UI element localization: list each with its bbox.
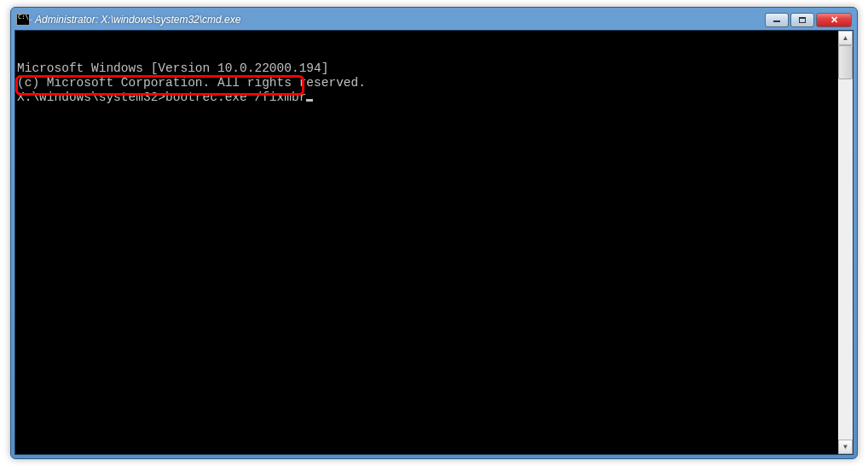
prompt-text: X:\windows\system32> (17, 90, 165, 104)
maximize-icon (799, 17, 806, 23)
close-button[interactable]: ✕ (816, 13, 852, 27)
maximize-button[interactable] (790, 13, 814, 27)
close-icon: ✕ (830, 15, 838, 26)
window-title: Administrator: X:\windows\system32\cmd.e… (35, 14, 765, 26)
prompt-line: X:\windows\system32>bootrec.exe /fixmbr (17, 90, 853, 105)
window-controls: ✕ (765, 13, 852, 27)
minimize-button[interactable] (765, 13, 789, 27)
text-cursor (306, 99, 313, 102)
console-output: Microsoft Windows [Version 10.0.22000.19… (15, 31, 853, 454)
vertical-scrollbar[interactable]: ▲ ▼ (838, 31, 853, 454)
scroll-thumb[interactable] (838, 45, 853, 79)
scroll-up-button[interactable]: ▲ (838, 31, 853, 45)
cmd-icon (16, 14, 30, 26)
scroll-down-button[interactable]: ▼ (838, 440, 853, 454)
minimize-icon (773, 20, 780, 22)
command-text: bootrec.exe /fixmbr (165, 90, 306, 104)
version-line: Microsoft Windows [Version 10.0.22000.19… (17, 61, 853, 76)
window-frame: Administrator: X:\windows\system32\cmd.e… (10, 7, 858, 459)
titlebar[interactable]: Administrator: X:\windows\system32\cmd.e… (14, 11, 854, 30)
scroll-track[interactable] (838, 45, 853, 440)
console-area[interactable]: Microsoft Windows [Version 10.0.22000.19… (14, 30, 854, 455)
copyright-line: (c) Microsoft Corporation. All rights re… (17, 76, 853, 90)
